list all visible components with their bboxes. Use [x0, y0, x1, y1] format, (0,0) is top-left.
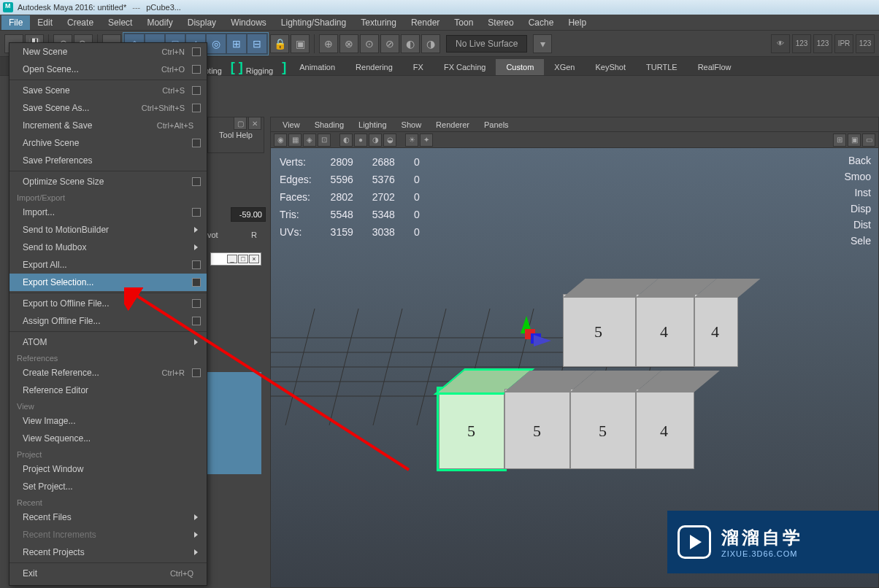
menu-item-export-to-offline-file[interactable]: Export to Offline File... [9, 295, 207, 312]
menu-windows[interactable]: Windows [223, 15, 274, 30]
minimize-icon[interactable]: _ [227, 255, 237, 263]
option-box-icon[interactable] [192, 104, 201, 112]
sel6-icon[interactable]: ⊞ [227, 34, 246, 53]
option-box-icon[interactable] [192, 208, 201, 217]
option-box-icon[interactable] [192, 86, 201, 95]
vp-menu-show[interactable]: Show [394, 119, 429, 131]
snap6-icon[interactable]: ◑ [421, 34, 440, 53]
vp-tool2-icon[interactable]: ◈ [303, 134, 316, 147]
menu-item-export-selection[interactable]: Export Selection... [9, 274, 207, 291]
render-3-icon[interactable]: 123 [856, 34, 875, 53]
menu-select[interactable]: Select [101, 15, 139, 30]
cube-back-2[interactable]: 4 [636, 294, 694, 367]
menu-file[interactable]: File [1, 15, 30, 30]
cube-back-3[interactable]: 4 [694, 294, 738, 367]
option-box-icon[interactable] [192, 139, 201, 147]
menu-item-export-all[interactable]: Export All... [9, 256, 207, 274]
selected-list-item[interactable] [207, 372, 261, 474]
menu-item-create-reference[interactable]: Create Reference...Ctrl+R [9, 364, 207, 382]
menu-item-save-scene[interactable]: Save SceneCtrl+S [9, 82, 207, 99]
menu-item-archive-scene[interactable]: Archive Scene [9, 134, 207, 152]
shelf-tab-fx[interactable]: FX [403, 59, 434, 75]
option-box-icon[interactable] [192, 299, 201, 308]
surf-arrow-icon[interactable]: ▾ [533, 34, 552, 53]
menu-item-optimize-scene-size[interactable]: Optimize Scene Size [9, 173, 207, 190]
shelf-tab-fxcaching[interactable]: FX Caching [434, 59, 496, 75]
render-2-icon[interactable]: 123 [813, 34, 832, 53]
vp-menu-shading[interactable]: Shading [307, 119, 351, 131]
cube-front-2[interactable]: 5 [504, 389, 570, 469]
vp-tool3-icon[interactable]: ⊡ [318, 134, 331, 147]
menu-item-save-preferences[interactable]: Save Preferences [9, 152, 207, 169]
sel5-icon[interactable]: ◎ [207, 34, 226, 53]
dock-icon[interactable]: ▢ [234, 117, 247, 130]
menu-help[interactable]: Help [561, 15, 594, 30]
vp-light-icon[interactable]: ☀ [405, 134, 418, 147]
option-box-icon[interactable] [192, 278, 201, 287]
cube-back-1[interactable]: 5 [563, 294, 636, 367]
menu-item-set-project[interactable]: Set Project... [9, 478, 207, 495]
menu-item-exit[interactable]: ExitCtrl+Q [9, 565, 207, 582]
menu-item-send-to-motionbuilder[interactable]: Send to MotionBuilder [9, 221, 207, 239]
menu-item-import[interactable]: Import... [9, 204, 207, 221]
option-box-icon[interactable] [192, 47, 201, 56]
menu-texturing[interactable]: Texturing [353, 15, 404, 30]
live-surface-box[interactable]: No Live Surface [446, 35, 527, 53]
close-icon[interactable]: × [249, 255, 259, 263]
shelf-tab-turtle[interactable]: TURTLE [636, 59, 688, 75]
vp-cam-icon[interactable]: ◉ [274, 134, 287, 147]
menu-item-project-window[interactable]: Project Window [9, 460, 207, 478]
snap4-icon[interactable]: ⊘ [380, 34, 399, 53]
snap2-icon[interactable]: ⊗ [339, 34, 358, 53]
vp-shade1-icon[interactable]: ◐ [339, 134, 353, 147]
menu-toon[interactable]: Toon [447, 15, 480, 30]
vp-menu-panels[interactable]: Panels [477, 119, 516, 131]
menu-item-send-to-mudbox[interactable]: Send to Mudbox [9, 239, 207, 256]
menu-edit[interactable]: Edit [30, 15, 60, 30]
vp-gate-icon[interactable]: ▭ [862, 134, 875, 147]
shelf-tab-custom[interactable]: Custom [496, 59, 544, 75]
vp-tool1-icon[interactable]: ▦ [288, 134, 302, 147]
menu-item-increment-save[interactable]: Increment & SaveCtrl+Alt+S [9, 117, 207, 134]
option-box-icon[interactable] [192, 65, 201, 74]
vp-menu-renderer[interactable]: Renderer [429, 119, 477, 131]
cube-front-4[interactable]: 4 [636, 389, 694, 469]
ipr-icon[interactable]: IPR [834, 34, 853, 53]
menu-lightingshading[interactable]: Lighting/Shading [274, 15, 353, 30]
menu-cache[interactable]: Cache [521, 15, 561, 30]
highlight-icon[interactable]: ▣ [291, 34, 310, 53]
menu-item-atom[interactable]: ATOM [9, 333, 207, 351]
option-box-icon[interactable] [192, 368, 201, 377]
menu-item-reference-editor[interactable]: Reference Editor [9, 382, 207, 399]
option-box-icon[interactable] [192, 260, 201, 269]
menu-stereo[interactable]: Stereo [480, 15, 521, 30]
snap3-icon[interactable]: ⊙ [360, 34, 379, 53]
vp-shade4-icon[interactable]: ◒ [383, 134, 396, 147]
menu-render[interactable]: Render [404, 15, 447, 30]
render-eye-icon[interactable]: 👁 [771, 34, 790, 53]
shelf-tab-realflow[interactable]: RealFlow [688, 59, 742, 75]
gizmo-x-axis[interactable] [534, 335, 551, 347]
cube-selected[interactable]: 5 [439, 389, 504, 469]
menu-modify[interactable]: Modify [139, 15, 180, 30]
shelf-tab-animation[interactable]: Animation [289, 59, 345, 75]
snap5-icon[interactable]: ◐ [401, 34, 420, 53]
menu-item-recent-files[interactable]: Recent Files [9, 508, 207, 526]
option-box-icon[interactable] [192, 177, 201, 186]
vp-shade3-icon[interactable]: ◑ [369, 134, 382, 147]
render-1-icon[interactable]: 123 [792, 34, 811, 53]
shelf-tab-keyshot[interactable]: KeyShot [585, 59, 636, 75]
num-input[interactable]: -59.00 [231, 207, 266, 222]
menu-display[interactable]: Display [180, 15, 223, 30]
shelf-tab-rendering[interactable]: Rendering [345, 59, 403, 75]
menu-item-new-scene[interactable]: New SceneCtrl+N [9, 43, 207, 61]
maximize-icon[interactable]: □ [238, 255, 248, 263]
snap1-icon[interactable]: ⊕ [319, 34, 338, 53]
menu-item-assign-offline-file[interactable]: Assign Offline File... [9, 312, 207, 330]
vp-iso-icon[interactable]: ⊞ [833, 134, 846, 147]
shelf-tab-xgen[interactable]: XGen [544, 59, 585, 75]
vp-menu-view[interactable]: View [275, 119, 307, 131]
menu-item-recent-projects[interactable]: Recent Projects [9, 543, 207, 561]
lock-icon[interactable]: 🔒 [270, 34, 289, 53]
vp-menu-lighting[interactable]: Lighting [351, 119, 394, 131]
